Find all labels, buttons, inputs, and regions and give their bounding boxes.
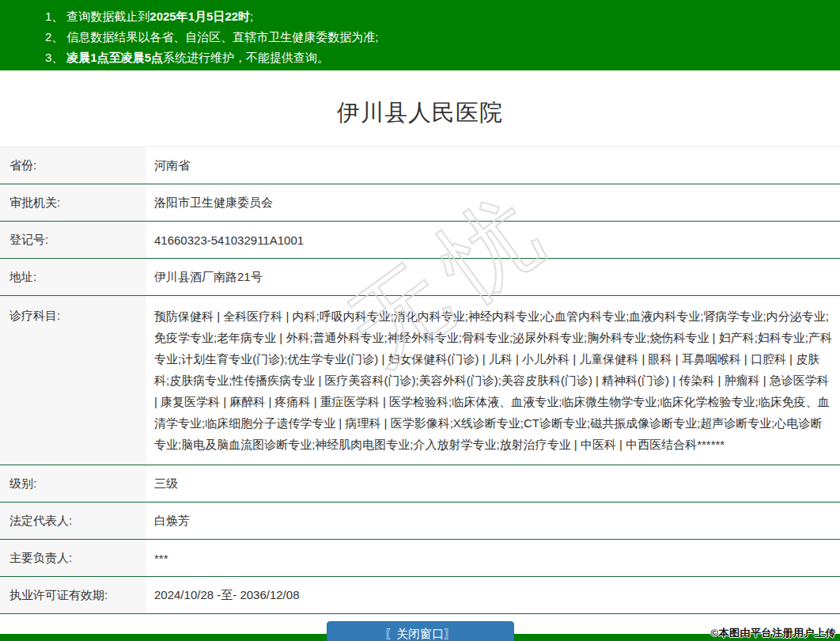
table-row-address: 地址: 伊川县酒厂南路21号 — [0, 259, 840, 296]
row-label: 地址: — [0, 259, 146, 295]
row-value: 三级 — [146, 465, 840, 502]
row-value: *** — [146, 540, 840, 576]
notice-bold-text: 2025年1月5日22时 — [149, 9, 250, 23]
row-label: 法定代表人: — [0, 503, 146, 539]
row-value: 伊川县酒厂南路21号 — [146, 259, 840, 295]
row-value: 2024/10/28 -至- 2036/12/08 — [146, 577, 840, 613]
row-value: 河南省 — [146, 147, 840, 184]
notice-line-2: 2、信息数据结果以各省、自治区、直辖市卫生健康委数据为准; — [45, 27, 824, 47]
notice-line-1: 1、查询数据截止到2025年1月5日22时; — [45, 6, 824, 27]
notice-bold-text: 凌晨1点至凌晨5点 — [66, 51, 163, 64]
row-label: 执业许可证有效期: — [0, 577, 146, 613]
notice-banner: 1、查询数据截止到2025年1月5日22时; 2、信息数据结果以各省、自治区、直… — [0, 0, 840, 70]
page-title: 伊川县人民医院 — [0, 97, 840, 129]
table-row-medical-departments: 诊疗科目: 预防保健科 | 全科医疗科 | 内科;呼吸内科专业;消化内科专业;神… — [0, 296, 840, 465]
table-row-main-person-in-charge: 主要负责人: *** — [0, 540, 840, 577]
notice-number: 3、 — [45, 51, 63, 64]
table-row-license-validity-period: 执业许可证有效期: 2024/10/28 -至- 2036/12/08 — [0, 577, 840, 614]
row-value: 41660323-541032911A1001 — [146, 222, 840, 258]
row-label: 级别: — [0, 465, 146, 502]
notice-text: ; — [250, 9, 253, 23]
row-label: 审批机关: — [0, 184, 146, 221]
notice-text: 信息数据结果以各省、自治区、直辖市卫生健康委数据为准; — [66, 30, 378, 44]
row-value: 白焕芳 — [146, 503, 840, 539]
notice-text: 系统进行维护，不能提供查询。 — [163, 51, 329, 64]
notice-number: 2、 — [45, 30, 63, 44]
row-label: 主要负责人: — [0, 540, 146, 576]
table-row-level: 级别: 三级 — [0, 465, 840, 503]
copyright-watermark: ©本图由平台注册用户上传 — [710, 626, 836, 640]
table-row-province: 省份: 河南省 — [0, 147, 840, 184]
row-value: 洛阳市卫生健康委员会 — [146, 184, 840, 221]
table-row-legal-representative: 法定代表人: 白焕芳 — [0, 503, 840, 540]
table-row-approval-authority: 审批机关: 洛阳市卫生健康委员会 — [0, 184, 840, 222]
table-row-registration-number: 登记号: 41660323-541032911A1001 — [0, 222, 840, 259]
row-label: 登记号: — [0, 222, 146, 258]
hospital-info-table: 省份: 河南省 审批机关: 洛阳市卫生健康委员会 登记号: 41660323-5… — [0, 146, 840, 614]
hospital-license-query-page: 1、查询数据截止到2025年1月5日22时; 2、信息数据结果以各省、自治区、直… — [0, 0, 840, 641]
row-value: 预防保健科 | 全科医疗科 | 内科;呼吸内科专业;消化内科专业;神经内科专业;… — [146, 296, 840, 465]
row-label: 诊疗科目: — [0, 296, 146, 465]
notice-text: 查询数据截止到 — [66, 9, 149, 23]
notice-number: 1、 — [45, 9, 63, 23]
close-window-button[interactable]: 〖关闭窗口〗 — [327, 621, 514, 641]
notice-line-3: 3、凌晨1点至凌晨5点系统进行维护，不能提供查询。 — [45, 47, 824, 68]
row-label: 省份: — [0, 147, 146, 184]
